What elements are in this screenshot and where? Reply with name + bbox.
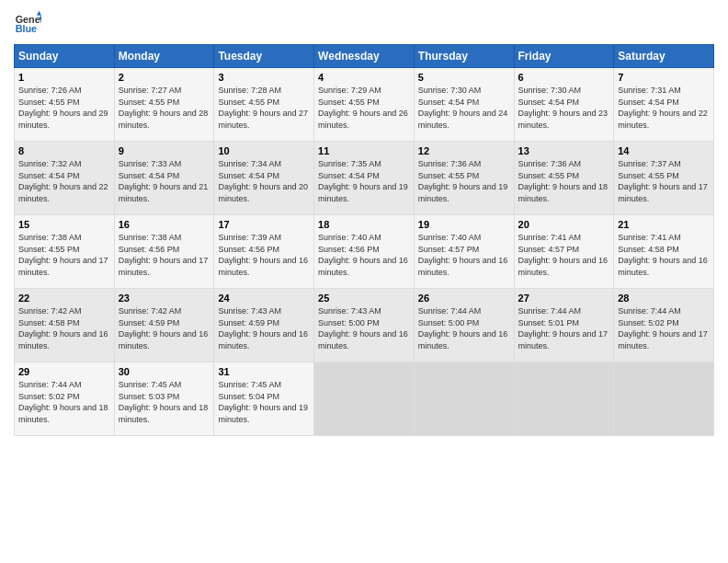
calendar-cell: 11Sunrise: 7:35 AMSunset: 4:54 PMDayligh… (314, 142, 415, 215)
day-info: Sunrise: 7:38 AMSunset: 4:56 PMDaylight:… (119, 232, 210, 278)
weekday-header-row: SundayMondayTuesdayWednesdayThursdayFrid… (15, 45, 714, 68)
day-info: Sunrise: 7:40 AMSunset: 4:56 PMDaylight:… (318, 232, 410, 278)
svg-text:Blue: Blue (16, 23, 37, 34)
day-info: Sunrise: 7:41 AMSunset: 4:57 PMDaylight:… (518, 232, 610, 278)
day-info: Sunrise: 7:34 AMSunset: 4:54 PMDaylight:… (218, 158, 310, 204)
weekday-header-sunday: Sunday (15, 45, 115, 68)
calendar-week-row: 22Sunrise: 7:42 AMSunset: 4:58 PMDayligh… (15, 289, 714, 362)
day-info: Sunrise: 7:40 AMSunset: 4:57 PMDaylight:… (418, 232, 510, 278)
day-number: 12 (418, 145, 510, 156)
calendar-cell: 4Sunrise: 7:29 AMSunset: 4:55 PMDaylight… (314, 68, 415, 142)
calendar-cell: 7Sunrise: 7:31 AMSunset: 4:54 PMDaylight… (614, 68, 714, 142)
day-info: Sunrise: 7:36 AMSunset: 4:55 PMDaylight:… (418, 158, 510, 204)
day-number: 7 (618, 72, 710, 83)
calendar-cell: 28Sunrise: 7:44 AMSunset: 5:02 PMDayligh… (614, 289, 714, 362)
calendar-week-row: 29Sunrise: 7:44 AMSunset: 5:02 PMDayligh… (15, 362, 714, 436)
calendar-cell: 9Sunrise: 7:33 AMSunset: 4:54 PMDaylight… (114, 142, 214, 215)
day-info: Sunrise: 7:44 AMSunset: 5:02 PMDaylight:… (18, 379, 110, 425)
day-number: 15 (18, 219, 110, 230)
day-info: Sunrise: 7:39 AMSunset: 4:56 PMDaylight:… (218, 232, 310, 278)
day-info: Sunrise: 7:26 AMSunset: 4:55 PMDaylight:… (18, 85, 110, 131)
day-info: Sunrise: 7:43 AMSunset: 4:59 PMDaylight:… (218, 305, 310, 351)
day-info: Sunrise: 7:30 AMSunset: 4:54 PMDaylight:… (418, 85, 510, 131)
day-number: 14 (618, 145, 710, 156)
calendar-cell: 12Sunrise: 7:36 AMSunset: 4:55 PMDayligh… (414, 142, 514, 215)
svg-marker-2 (37, 11, 41, 16)
calendar-cell: 20Sunrise: 7:41 AMSunset: 4:57 PMDayligh… (514, 215, 614, 289)
day-number: 25 (318, 293, 410, 304)
calendar-cell: 17Sunrise: 7:39 AMSunset: 4:56 PMDayligh… (214, 215, 314, 289)
weekday-header-tuesday: Tuesday (214, 45, 314, 68)
calendar-cell: 18Sunrise: 7:40 AMSunset: 4:56 PMDayligh… (314, 215, 415, 289)
day-number: 6 (518, 72, 610, 83)
calendar-week-row: 1Sunrise: 7:26 AMSunset: 4:55 PMDaylight… (15, 68, 714, 142)
calendar-cell: 6Sunrise: 7:30 AMSunset: 4:54 PMDaylight… (514, 68, 614, 142)
day-number: 31 (218, 366, 310, 377)
calendar-week-row: 8Sunrise: 7:32 AMSunset: 4:54 PMDaylight… (15, 142, 714, 215)
day-info: Sunrise: 7:44 AMSunset: 5:02 PMDaylight:… (618, 305, 710, 351)
day-info: Sunrise: 7:43 AMSunset: 5:00 PMDaylight:… (318, 305, 410, 351)
calendar-cell: 31Sunrise: 7:45 AMSunset: 5:04 PMDayligh… (214, 362, 314, 436)
calendar-cell (614, 362, 714, 436)
day-info: Sunrise: 7:41 AMSunset: 4:58 PMDaylight:… (618, 232, 710, 278)
calendar-cell: 1Sunrise: 7:26 AMSunset: 4:55 PMDaylight… (15, 68, 115, 142)
weekday-header-friday: Friday (514, 45, 614, 68)
calendar-cell: 24Sunrise: 7:43 AMSunset: 4:59 PMDayligh… (214, 289, 314, 362)
calendar-cell: 25Sunrise: 7:43 AMSunset: 5:00 PMDayligh… (314, 289, 415, 362)
logo: General Blue (14, 9, 45, 37)
day-number: 11 (318, 145, 410, 156)
day-info: Sunrise: 7:42 AMSunset: 4:58 PMDaylight:… (18, 305, 110, 351)
calendar-cell: 27Sunrise: 7:44 AMSunset: 5:01 PMDayligh… (514, 289, 614, 362)
day-info: Sunrise: 7:27 AMSunset: 4:55 PMDaylight:… (119, 85, 210, 131)
calendar-cell (514, 362, 614, 436)
day-number: 22 (18, 293, 110, 304)
day-info: Sunrise: 7:31 AMSunset: 4:54 PMDaylight:… (618, 85, 710, 131)
weekday-header-monday: Monday (114, 45, 214, 68)
logo-icon: General Blue (14, 9, 41, 37)
day-info: Sunrise: 7:38 AMSunset: 4:55 PMDaylight:… (18, 232, 110, 278)
calendar-cell: 19Sunrise: 7:40 AMSunset: 4:57 PMDayligh… (414, 215, 514, 289)
calendar-cell: 30Sunrise: 7:45 AMSunset: 5:03 PMDayligh… (114, 362, 214, 436)
day-number: 16 (119, 219, 210, 230)
day-number: 13 (518, 145, 610, 156)
day-info: Sunrise: 7:32 AMSunset: 4:54 PMDaylight:… (18, 158, 110, 204)
day-number: 17 (218, 219, 310, 230)
calendar-cell: 15Sunrise: 7:38 AMSunset: 4:55 PMDayligh… (15, 215, 115, 289)
weekday-header-wednesday: Wednesday (314, 45, 415, 68)
weekday-header-thursday: Thursday (414, 45, 514, 68)
day-info: Sunrise: 7:44 AMSunset: 5:01 PMDaylight:… (518, 305, 610, 351)
calendar-cell (314, 362, 415, 436)
day-number: 30 (119, 366, 210, 377)
day-number: 8 (18, 145, 110, 156)
calendar-cell: 23Sunrise: 7:42 AMSunset: 4:59 PMDayligh… (114, 289, 214, 362)
day-info: Sunrise: 7:36 AMSunset: 4:55 PMDaylight:… (518, 158, 610, 204)
day-number: 3 (218, 72, 310, 83)
calendar-cell: 14Sunrise: 7:37 AMSunset: 4:55 PMDayligh… (614, 142, 714, 215)
day-number: 2 (119, 72, 210, 83)
calendar-cell (414, 362, 514, 436)
day-number: 21 (618, 219, 710, 230)
day-number: 1 (18, 72, 110, 83)
calendar-week-row: 15Sunrise: 7:38 AMSunset: 4:55 PMDayligh… (15, 215, 714, 289)
calendar-cell: 29Sunrise: 7:44 AMSunset: 5:02 PMDayligh… (15, 362, 115, 436)
day-number: 4 (318, 72, 410, 83)
day-number: 26 (418, 293, 510, 304)
day-number: 19 (418, 219, 510, 230)
calendar-table: SundayMondayTuesdayWednesdayThursdayFrid… (14, 44, 714, 436)
weekday-header-saturday: Saturday (614, 45, 714, 68)
calendar-cell: 21Sunrise: 7:41 AMSunset: 4:58 PMDayligh… (614, 215, 714, 289)
day-info: Sunrise: 7:28 AMSunset: 4:55 PMDaylight:… (218, 85, 310, 131)
calendar-cell: 8Sunrise: 7:32 AMSunset: 4:54 PMDaylight… (15, 142, 115, 215)
day-info: Sunrise: 7:42 AMSunset: 4:59 PMDaylight:… (119, 305, 210, 351)
calendar-cell: 5Sunrise: 7:30 AMSunset: 4:54 PMDaylight… (414, 68, 514, 142)
calendar-cell: 16Sunrise: 7:38 AMSunset: 4:56 PMDayligh… (114, 215, 214, 289)
day-info: Sunrise: 7:37 AMSunset: 4:55 PMDaylight:… (618, 158, 710, 204)
day-info: Sunrise: 7:30 AMSunset: 4:54 PMDaylight:… (518, 85, 610, 131)
calendar-cell: 22Sunrise: 7:42 AMSunset: 4:58 PMDayligh… (15, 289, 115, 362)
day-number: 10 (218, 145, 310, 156)
header: General Blue (14, 9, 714, 37)
calendar-cell: 3Sunrise: 7:28 AMSunset: 4:55 PMDaylight… (214, 68, 314, 142)
calendar-cell: 26Sunrise: 7:44 AMSunset: 5:00 PMDayligh… (414, 289, 514, 362)
day-number: 5 (418, 72, 510, 83)
day-info: Sunrise: 7:45 AMSunset: 5:03 PMDaylight:… (119, 379, 210, 425)
